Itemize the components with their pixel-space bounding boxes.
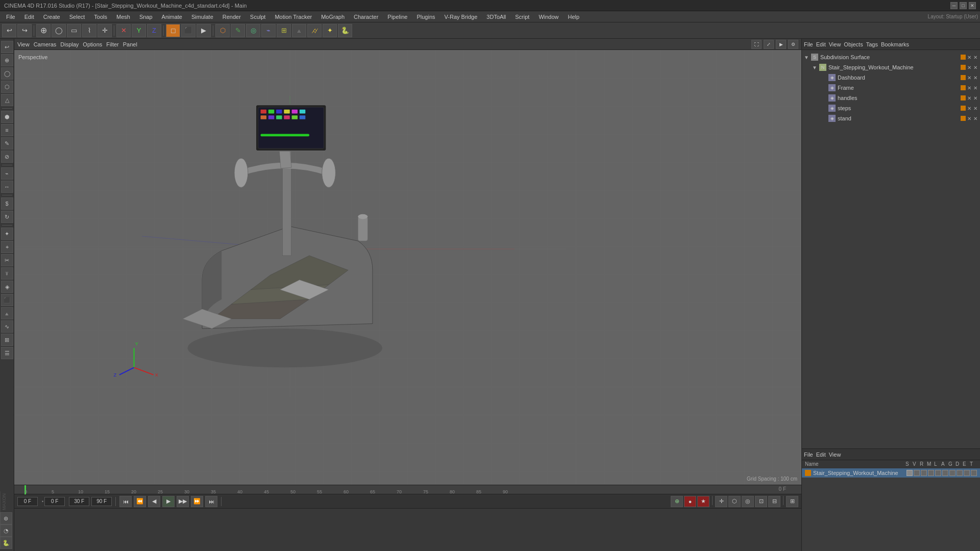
frame-end-field[interactable] xyxy=(91,497,112,506)
left-tool-20[interactable]: ∿ xyxy=(1,320,13,333)
menu-window[interactable]: Window xyxy=(534,13,562,21)
left-tool-bottom-2[interactable]: ◔ xyxy=(0,524,12,537)
toolbar-nurbs[interactable]: ⊞ xyxy=(277,24,291,37)
transport-play[interactable]: ▶ xyxy=(162,496,175,507)
vp-menu-display[interactable]: Display xyxy=(60,41,79,47)
vp-btn-link[interactable]: ⛶ xyxy=(751,40,762,49)
toggle-l[interactable] xyxy=(935,470,941,476)
toolbar-x-axis[interactable]: ✕ xyxy=(116,24,131,37)
left-tool-16[interactable]: ⍕ xyxy=(1,267,13,280)
left-tool-6[interactable]: ≡ xyxy=(1,124,13,136)
menu-sculpt[interactable]: Sculpt xyxy=(246,13,270,21)
transport-btn-2[interactable]: ⬡ xyxy=(728,496,741,507)
menu-animate[interactable]: Animate xyxy=(158,13,186,21)
obj-menu-tags[interactable]: Tags xyxy=(866,41,878,47)
minimize-button[interactable]: ─ xyxy=(950,2,958,9)
toggle-d[interactable] xyxy=(957,470,963,476)
transport-prev-key[interactable]: ⏪ xyxy=(134,496,146,507)
left-tool-1[interactable]: ↩ xyxy=(1,41,13,53)
left-tool-10[interactable]: ↔ xyxy=(1,181,13,193)
left-tool-9[interactable]: ⌁ xyxy=(1,167,13,180)
left-tool-12[interactable]: ↻ xyxy=(1,211,13,223)
transport-auto-key[interactable]: ★ xyxy=(697,496,709,507)
toolbar-camera[interactable]: ⌭ xyxy=(307,24,322,37)
obj-row-frame[interactable]: ◈ Frame ✕ ✕ xyxy=(802,83,980,93)
left-tool-21[interactable]: ⊞ xyxy=(1,334,13,346)
prop-menu-view[interactable]: View xyxy=(829,452,841,458)
transport-layout-btn[interactable]: ⊞ xyxy=(786,496,798,507)
toggle-e[interactable] xyxy=(964,470,970,476)
vp-btn-maximize[interactable]: ⤢ xyxy=(764,40,774,49)
menu-pipeline[interactable]: Pipeline xyxy=(383,13,411,21)
toolbar-obj-mode[interactable]: ◻ xyxy=(166,24,180,37)
toggle-s[interactable] xyxy=(906,470,913,476)
left-tool-13[interactable]: ✦ xyxy=(1,228,13,240)
vp-menu-filter[interactable]: Filter xyxy=(106,41,118,47)
left-tool-8[interactable]: ⊘ xyxy=(1,151,13,163)
toolbar-light[interactable]: ✦ xyxy=(323,24,337,37)
toolbar-python[interactable]: 🐍 xyxy=(338,24,352,37)
menu-script[interactable]: Script xyxy=(511,13,533,21)
maximize-button[interactable]: □ xyxy=(960,2,967,9)
transport-prev[interactable]: ◀ xyxy=(148,496,160,507)
close-button[interactable]: ✕ xyxy=(969,2,976,9)
left-tool-bottom-3[interactable]: 🐍 xyxy=(0,537,12,549)
menu-motion-tracker[interactable]: Motion Tracker xyxy=(271,13,316,21)
menu-render[interactable]: Render xyxy=(218,13,245,21)
toolbar-move[interactable]: ⊕ xyxy=(36,24,51,37)
left-tool-17[interactable]: ◈ xyxy=(1,281,13,293)
transport-key-add[interactable]: ⊕ xyxy=(671,496,683,507)
window-controls[interactable]: ─ □ ✕ xyxy=(950,2,976,9)
left-tool-box[interactable]: ⬡ xyxy=(1,81,13,93)
vp-menu-view[interactable]: View xyxy=(17,41,30,47)
toolbar-z-axis[interactable]: Z xyxy=(147,24,161,37)
left-tool-bottom-1[interactable]: ⊛ xyxy=(0,512,12,524)
left-tool-2[interactable]: ⊕ xyxy=(1,54,13,66)
toolbar-render-region[interactable]: ⬛ xyxy=(181,24,195,37)
menu-character[interactable]: Character xyxy=(350,13,382,21)
obj-row-handles[interactable]: ◈ handles ✕ ✕ xyxy=(802,93,980,103)
frame-start-field[interactable]: 0 F xyxy=(17,497,38,506)
toolbar-circle[interactable]: ◎ xyxy=(246,24,260,37)
left-tool-select[interactable]: ◯ xyxy=(1,67,13,80)
toolbar-polygon[interactable]: ✎ xyxy=(231,24,245,37)
transport-record[interactable]: ● xyxy=(684,496,696,507)
toggle-m[interactable] xyxy=(928,470,934,476)
vp-menu-options[interactable]: Options xyxy=(83,41,102,47)
left-tool-15[interactable]: ✂ xyxy=(1,254,13,266)
toggle-a[interactable] xyxy=(942,470,948,476)
transport-btn-1[interactable]: ✛ xyxy=(715,496,727,507)
menu-3dtoall[interactable]: 3DToAll xyxy=(482,13,510,21)
toolbar-select-rect[interactable]: ▭ xyxy=(67,24,81,37)
left-tool-19[interactable]: ⟁ xyxy=(1,307,13,319)
obj-row-stand[interactable]: ◈ stand ✕ ✕ xyxy=(802,113,980,123)
left-tool-7[interactable]: ✎ xyxy=(1,137,13,149)
obj-row-subdivision[interactable]: ▼ S Subdivision Surface ✕ ✕ xyxy=(802,52,980,62)
left-tool-22[interactable]: ☰ xyxy=(1,347,13,359)
menu-snap[interactable]: Snap xyxy=(135,13,157,21)
menu-select[interactable]: Select xyxy=(65,13,89,21)
menu-help[interactable]: Help xyxy=(564,13,584,21)
obj-menu-edit[interactable]: Edit xyxy=(816,41,826,47)
toolbar-spline[interactable]: ⌁ xyxy=(261,24,276,37)
menu-simulate[interactable]: Simulate xyxy=(187,13,217,21)
menu-edit[interactable]: Edit xyxy=(20,13,38,21)
vp-btn-render[interactable]: ▶ xyxy=(776,40,786,49)
toggle-t[interactable] xyxy=(971,470,977,476)
toolbar-undo[interactable]: ↩ xyxy=(2,24,16,37)
toolbar-cube[interactable]: ⬡ xyxy=(215,24,230,37)
obj-row-dashboard[interactable]: ◈ Dashboard ✕ ✕ xyxy=(802,72,980,83)
toolbar-render-view[interactable]: ▶ xyxy=(197,24,211,37)
toolbar-y-axis[interactable]: Y xyxy=(132,24,146,37)
obj-menu-objects[interactable]: Objects xyxy=(844,41,863,47)
toggle-g[interactable] xyxy=(949,470,955,476)
toolbar-redo[interactable]: ↪ xyxy=(17,24,32,37)
toolbar-live-select[interactable]: ✛ xyxy=(97,24,112,37)
toolbar-deformer[interactable]: ⟁ xyxy=(292,24,306,37)
transport-btn-4[interactable]: ⊡ xyxy=(755,496,767,507)
left-tool-18[interactable]: ⬛ xyxy=(1,294,13,306)
transport-next[interactable]: ▶▶ xyxy=(177,496,189,507)
transport-last[interactable]: ⏭ xyxy=(205,496,217,507)
menu-tools[interactable]: Tools xyxy=(90,13,111,21)
menu-create[interactable]: Create xyxy=(39,13,64,21)
